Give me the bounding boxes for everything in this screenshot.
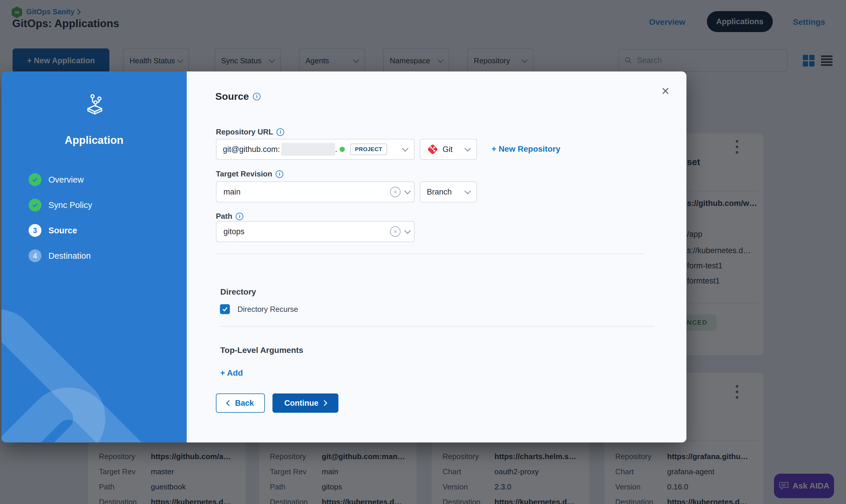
revision-type-select[interactable]: Branch (420, 181, 477, 202)
step-complete-icon (29, 173, 41, 186)
path-label: Path (216, 212, 232, 221)
chevron-right-icon (322, 400, 328, 406)
directory-recurse-row: Directory Recurse (220, 304, 298, 314)
step-number-badge: 3 (29, 224, 41, 237)
target-revision-label: Target Revision (216, 169, 272, 179)
chevron-down-icon (464, 145, 471, 152)
repository-url-label-row: Repository URL i (216, 127, 284, 137)
chevron-down-icon (404, 188, 411, 195)
connected-status-dot (340, 147, 345, 152)
back-label: Back (235, 399, 254, 408)
panel-title: Source (215, 91, 249, 102)
revision-type-value: Branch (427, 187, 452, 197)
clear-icon[interactable]: ✕ (390, 226, 400, 237)
repository-url-suffix: . (335, 145, 338, 154)
wizard-source-panel: ✕ Source i Repository URL i git@github.c… (187, 71, 686, 443)
wizard-step-sync-policy[interactable]: Sync Policy (29, 199, 92, 212)
clear-icon[interactable]: ✕ (390, 187, 400, 197)
top-level-arguments-heading: Top-Level Arguments (220, 346, 303, 355)
repository-url-value: git@github.com: (223, 145, 280, 154)
step-complete-icon (29, 199, 41, 212)
back-button[interactable]: Back (216, 394, 265, 413)
path-label-row: Path i (216, 212, 243, 221)
add-argument-link[interactable]: + Add (220, 368, 243, 378)
wizard-step-source[interactable]: 3 Source (29, 224, 77, 237)
wizard-step-overview[interactable]: Overview (29, 173, 84, 186)
application-icon (83, 92, 107, 117)
wizard-step-destination[interactable]: 4 Destination (29, 249, 91, 262)
step-label: Overview (49, 175, 84, 185)
step-label: Source (49, 226, 77, 235)
redacted-text (281, 143, 335, 156)
new-repository-link[interactable]: + New Repository (491, 144, 560, 154)
info-icon[interactable]: i (276, 128, 284, 136)
continue-label: Continue (284, 399, 319, 408)
wizard-sidebar: Application Overview Sync Policy 3 Sourc… (1, 71, 187, 443)
info-icon[interactable]: i (236, 213, 243, 220)
repository-url-select[interactable]: git@github.com: . PROJECT (216, 139, 415, 160)
step-label: Destination (49, 251, 91, 261)
step-number-badge: 4 (29, 249, 41, 262)
step-label: Sync Policy (49, 200, 92, 210)
chevron-down-icon (402, 145, 409, 152)
section-divider (216, 253, 645, 254)
section-divider (220, 326, 653, 327)
repo-type-value: Git (443, 145, 453, 154)
repo-type-select[interactable]: Git (420, 139, 477, 160)
directory-recurse-checkbox[interactable] (220, 304, 230, 314)
path-input[interactable] (223, 227, 390, 236)
target-revision-input[interactable] (223, 187, 390, 197)
chevron-down-icon (464, 188, 471, 195)
info-icon[interactable]: i (276, 170, 283, 178)
target-revision-label-row: Target Revision i (216, 169, 283, 179)
path-field[interactable]: ✕ (216, 221, 415, 242)
repository-url-label: Repository URL (216, 127, 273, 137)
step-number: 4 (33, 252, 37, 260)
git-icon (427, 144, 438, 155)
wizard-sidebar-title: Application (1, 134, 187, 146)
directory-section-heading: Directory (220, 287, 256, 296)
project-scope-badge: PROJECT (350, 144, 387, 155)
directory-recurse-label: Directory Recurse (237, 305, 298, 314)
close-icon[interactable]: ✕ (661, 86, 670, 96)
panel-title-row: Source i (215, 91, 260, 102)
continue-button[interactable]: Continue (272, 394, 338, 413)
target-revision-field[interactable]: ✕ (216, 181, 415, 202)
new-application-wizard-modal: Application Overview Sync Policy 3 Sourc… (1, 71, 686, 443)
info-icon[interactable]: i (253, 93, 260, 100)
chevron-left-icon (226, 400, 232, 406)
step-number: 3 (33, 226, 37, 235)
chevron-down-icon (404, 228, 411, 234)
